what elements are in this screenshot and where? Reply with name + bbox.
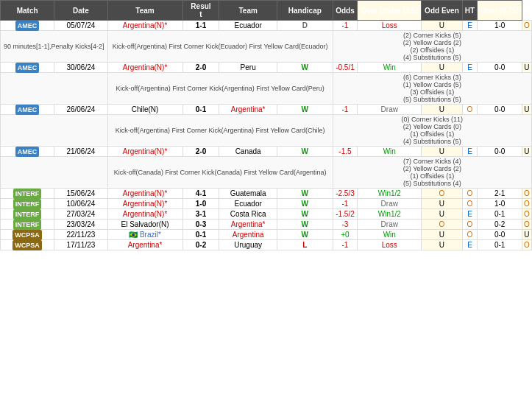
over075-cell: O	[522, 209, 531, 220]
table-row: AMEC26/06/24Chile(N)0-1Argentina*W-1Draw…	[1, 105, 532, 115]
date-cell: 05/07/24	[54, 21, 107, 31]
main-table: Match Date Team Result Team Handicap Odd…	[0, 0, 532, 250]
detail-kickoff: Kick-off(Argentina) First Corner Kick(Ar…	[107, 115, 333, 147]
date-cell: 27/03/24	[54, 209, 107, 220]
result-cell: 0-3	[182, 220, 219, 230]
ht-cell: 0-0	[478, 105, 522, 115]
over-under-cell: U	[422, 230, 462, 240]
team2-cell: Argentina*	[219, 105, 277, 115]
date-cell: 21/06/24	[54, 147, 107, 157]
detail-cards: (6) Corner Kicks (3) (1) Yellow Cards (5…	[333, 73, 531, 105]
over075-cell: U	[522, 147, 531, 157]
match-label: AMEC	[15, 63, 40, 73]
outcome-cell: L	[277, 240, 333, 250]
match-label-cell: INTERF	[1, 209, 54, 220]
match-label-cell: AMEC	[1, 21, 54, 31]
col-ht: HT	[462, 1, 478, 21]
ht-cell: 0-0	[478, 147, 522, 157]
over-under-cell: O	[422, 220, 462, 230]
team1-cell: Argentina(N)*	[107, 21, 182, 31]
match-label-cell: AMEC	[1, 63, 54, 73]
table-row: INTERF23/03/24El Salvador(N)0-3Argentina…	[1, 220, 532, 230]
odds-cell: Draw	[358, 220, 422, 230]
over-under-cell: O	[422, 189, 462, 199]
outcome-cell: D	[277, 21, 333, 31]
detail-time	[1, 157, 108, 189]
date-cell: 10/06/24	[54, 199, 107, 209]
team2-cell: Uruguay	[219, 240, 277, 250]
match-label-cell: INTERF	[1, 220, 54, 230]
odds-cell: Win	[358, 147, 422, 157]
result-cell: 4-1	[182, 189, 219, 199]
handicap-cell: -1	[333, 105, 357, 115]
match-label: INTERF	[13, 220, 42, 230]
team1-cell: Chile(N)	[107, 105, 182, 115]
team1-cell: Argentina(N)*	[107, 209, 182, 220]
handicap-cell: -2.5/3	[333, 189, 357, 199]
date-cell: 23/03/24	[54, 220, 107, 230]
result-cell: 1-1	[182, 21, 219, 31]
team1-cell: 🇧🇷 Brazil*	[107, 230, 182, 240]
table-row: INTERF27/03/24Argentina(N)*3-1Costa Rica…	[1, 209, 532, 220]
detail-row: Kick-off(Canada) First Corner Kick(Canad…	[1, 157, 532, 189]
col-team1: Team	[107, 1, 182, 21]
match-label: AMEC	[15, 21, 40, 31]
result-cell: 0-1	[182, 230, 219, 240]
outcome-cell: W	[277, 230, 333, 240]
team1-cell: Argentina(N)*	[107, 189, 182, 199]
col-handicap: Handicap	[277, 1, 333, 21]
odd-even-cell: E	[462, 63, 478, 73]
detail-time	[1, 115, 108, 147]
table-row: AMEC21/06/24Argentina(N)*2-0CanadaW-1.5W…	[1, 147, 532, 157]
result-cell: 2-0	[182, 147, 219, 157]
team2-cell: Argentina*	[219, 220, 277, 230]
outcome-cell: W	[277, 105, 333, 115]
ht-cell: 0-0	[478, 230, 522, 240]
outcome-cell: W	[277, 199, 333, 209]
match-label-cell: WCPSA	[1, 240, 54, 250]
table-row: INTERF10/06/24Argentina(N)*1-0EcuadorW-1…	[1, 199, 532, 209]
over075-cell: U	[522, 105, 531, 115]
col-match: Match	[1, 1, 54, 21]
match-label: INTERF	[13, 209, 42, 220]
odds-cell: Win	[358, 230, 422, 240]
match-label-cell: WCPSA	[1, 230, 54, 240]
over075-cell: O	[522, 189, 531, 199]
odd-even-cell: E	[462, 21, 478, 31]
match-label-cell: INTERF	[1, 189, 54, 199]
team1-cell: Argentina*	[107, 240, 182, 250]
ht-cell: 1-0	[478, 199, 522, 209]
table-row: WCPSA17/11/23Argentina*0-2UruguayL-1Loss…	[1, 240, 532, 250]
odd-even-cell: O	[462, 189, 478, 199]
detail-row: Kick-off(Argentina) First Corner Kick(Ar…	[1, 73, 532, 105]
odds-cell: Win1/2	[358, 189, 422, 199]
team1-cell: Argentina(N)*	[107, 199, 182, 209]
odds-cell: Win1/2	[358, 209, 422, 220]
over075-cell: O	[522, 240, 531, 250]
detail-row: 90 minutes[1-1],Penalty Kicks[4-2]Kick-o…	[1, 31, 532, 63]
match-label-cell: AMEC	[1, 147, 54, 157]
odds-cell: Draw	[358, 105, 422, 115]
over-under-cell: U	[422, 21, 462, 31]
odd-even-cell: O	[462, 220, 478, 230]
odds-cell: Loss	[358, 21, 422, 31]
outcome-cell: W	[277, 189, 333, 199]
odds-cell: Loss	[358, 240, 422, 250]
team1-cell: El Salvador(N)	[107, 220, 182, 230]
odd-even-cell: E	[462, 147, 478, 157]
ht-cell: 0-2	[478, 220, 522, 230]
over-under-cell: U	[422, 209, 462, 220]
odd-even-cell: E	[462, 240, 478, 250]
handicap-cell: -1	[333, 199, 357, 209]
odds-cell: Win	[358, 63, 422, 73]
outcome-cell: W	[277, 63, 333, 73]
outcome-cell: W	[277, 220, 333, 230]
detail-kickoff: Kick-off(Canada) First Corner Kick(Canad…	[107, 157, 333, 189]
col-result: Result	[182, 1, 219, 21]
detail-cards: (7) Corner Kicks (4) (2) Yellow Cards (2…	[333, 157, 531, 189]
match-label: WCPSA	[13, 240, 42, 250]
team2-cell: Argentina	[219, 230, 277, 240]
handicap-cell: -1.5/2	[333, 209, 357, 220]
ht-cell: 2-1	[478, 189, 522, 199]
match-label: INTERF	[13, 199, 42, 209]
